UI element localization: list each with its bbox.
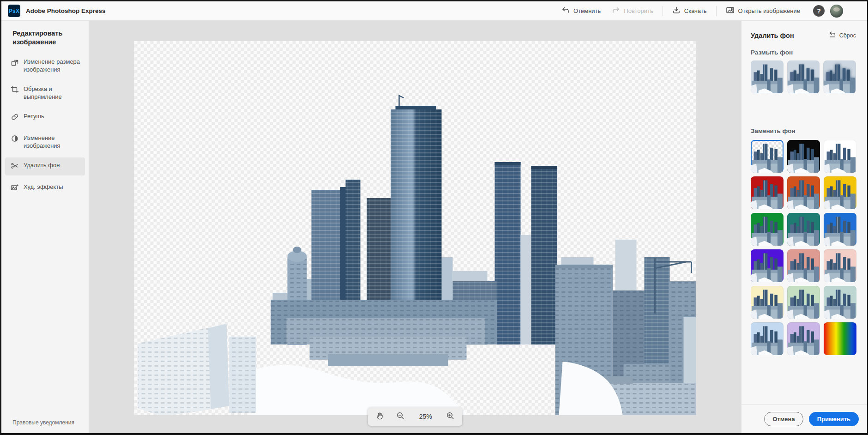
remove-background-icon (11, 162, 19, 172)
topbar: PsX Adobe Photoshop Express Отменить Пов… (1, 1, 867, 21)
artboard[interactable] (134, 41, 696, 415)
replace-option-light-blue[interactable] (751, 322, 784, 355)
replace-options (751, 140, 856, 355)
sidebar: Редактировать изображение Изменение разм… (1, 21, 89, 433)
panel-title: Удалить фон (751, 32, 794, 39)
replace-option-lavender[interactable] (787, 322, 820, 355)
blur-preview-foreground (823, 60, 856, 93)
apply-button[interactable]: Применить (809, 412, 859, 426)
retouch-icon (11, 113, 19, 123)
avatar[interactable] (830, 5, 843, 18)
redo-button[interactable]: Повторить (606, 1, 658, 21)
replace-option-black[interactable] (787, 140, 820, 173)
blur-option-blur-strong[interactable] (823, 60, 856, 93)
open-image-button[interactable]: Открыть изображение (720, 1, 806, 21)
replace-option-salmon[interactable] (787, 249, 820, 282)
separator (716, 6, 717, 16)
city-preview (824, 176, 856, 209)
cancel-button[interactable]: Отмена (764, 412, 803, 426)
crop-icon (11, 85, 19, 96)
open-image-icon (726, 6, 735, 16)
undo-label: Отменить (573, 7, 601, 14)
city-preview (751, 176, 784, 209)
sidebar-item-crop[interactable]: Обрезка и выпрямление (5, 81, 85, 105)
city-preview (751, 286, 784, 319)
sidebar-nav: Изменение размера изображенияОбрезка и в… (1, 54, 89, 197)
sidebar-item-label: Удалить фон (24, 161, 60, 169)
download-label: Скачать (684, 7, 707, 14)
replace-option-teal[interactable] (787, 213, 820, 246)
zoom-level: 25% (417, 413, 434, 420)
remove-background-panel: Удалить фон Сброс Размыть фон Заменить ф… (741, 21, 867, 433)
sidebar-item-label: Худ. эффекты (24, 183, 63, 191)
city-preview (787, 140, 820, 173)
replace-option-peach[interactable] (824, 249, 856, 282)
replace-option-yellow[interactable] (824, 176, 856, 209)
brand: PsX Adobe Photoshop Express (8, 5, 106, 17)
city-preview (824, 286, 856, 319)
legal-notices-link[interactable]: Правовые уведомления (12, 419, 74, 426)
hand-icon[interactable] (375, 411, 384, 422)
city-preview (824, 213, 856, 246)
replace-option-green[interactable] (751, 213, 784, 246)
reset-icon (829, 31, 836, 40)
replace-section-label: Заменить фон (751, 127, 856, 134)
download-button[interactable]: Скачать (667, 1, 712, 21)
sidebar-item-label: Изменение размера изображения (24, 58, 81, 74)
city-preview (787, 249, 820, 282)
blur-options (751, 60, 856, 93)
city-preview (751, 322, 784, 355)
blur-preview-background (751, 60, 784, 93)
replace-option-transparent[interactable] (751, 140, 784, 173)
sidebar-item-effects[interactable]: Худ. эффекты (5, 179, 85, 197)
effects-icon (11, 183, 19, 193)
city-preview (751, 249, 784, 282)
city-preview (824, 140, 856, 173)
app-window: PsX Adobe Photoshop Express Отменить Пов… (1, 1, 867, 433)
canvas-area: 25% (89, 21, 741, 433)
redo-icon (612, 6, 620, 16)
city-preview (824, 249, 856, 282)
reset-label: Сброс (839, 32, 856, 39)
resize-icon (11, 58, 19, 68)
replace-option-rainbow[interactable] (824, 322, 856, 355)
sidebar-item-label: Изменение изображения (24, 134, 81, 150)
redo-label: Повторить (624, 7, 653, 14)
topbar-actions: Отменить Повторить Скачать Открыть изобр… (556, 1, 843, 21)
adjust-icon (11, 134, 19, 145)
sidebar-item-label: Ретушь (24, 112, 44, 121)
replace-option-light-green[interactable] (787, 286, 820, 319)
replace-option-violet[interactable] (751, 249, 784, 282)
download-icon (672, 6, 681, 16)
city-preview (787, 286, 820, 319)
blur-option-blur-none[interactable] (751, 60, 784, 93)
zoom-in-icon[interactable] (446, 411, 455, 422)
sidebar-item-resize[interactable]: Изменение размера изображения (5, 54, 85, 78)
reset-button[interactable]: Сброс (829, 31, 856, 40)
blur-section-label: Размыть фон (751, 49, 856, 56)
sidebar-item-retouch[interactable]: Ретушь (5, 109, 85, 127)
zoom-out-icon[interactable] (396, 411, 405, 422)
sidebar-header: Редактировать изображение (1, 29, 89, 47)
city-preview (787, 213, 820, 246)
city-preview (787, 176, 820, 209)
replace-option-orange[interactable] (787, 176, 820, 209)
help-icon[interactable]: ? (813, 5, 825, 17)
sidebar-item-remove-background[interactable]: Удалить фон (5, 157, 85, 175)
zoom-toolbar: 25% (368, 407, 462, 426)
replace-option-light-teal[interactable] (824, 286, 856, 319)
replace-option-blue[interactable] (824, 213, 856, 246)
blur-option-blur-medium[interactable] (787, 60, 820, 93)
app-title: Adobe Photoshop Express (26, 7, 106, 14)
city-preview (751, 140, 784, 173)
sidebar-item-label: Обрезка и выпрямление (24, 85, 81, 101)
replace-option-cream[interactable] (751, 286, 784, 319)
replace-option-white[interactable] (824, 140, 856, 173)
open-image-label: Открыть изображение (738, 7, 800, 14)
replace-option-red[interactable] (751, 176, 784, 209)
blur-preview-foreground (787, 60, 820, 93)
city-preview (751, 213, 784, 246)
city-preview (787, 322, 820, 355)
sidebar-item-adjust[interactable]: Изменение изображения (5, 130, 85, 154)
undo-button[interactable]: Отменить (556, 1, 606, 21)
